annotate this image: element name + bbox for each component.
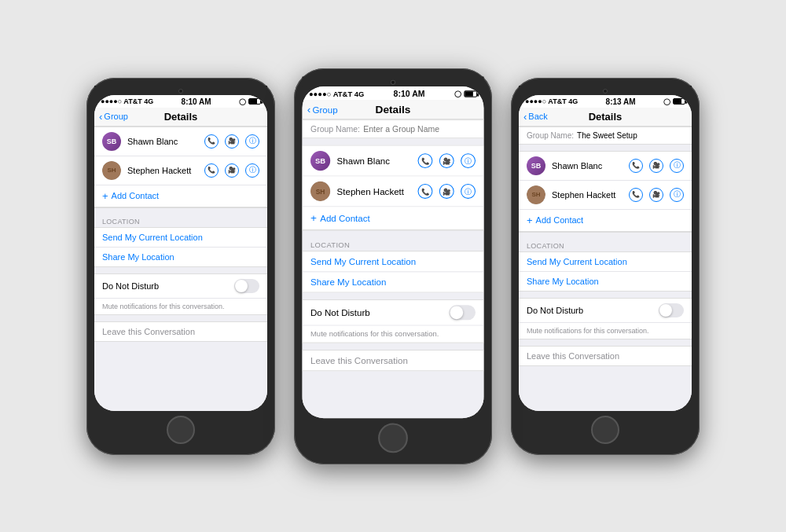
spacer-2-right xyxy=(519,292,692,298)
contact-row-shawn-left[interactable]: SB Shawn Blanc 📞 🎥 ⓘ xyxy=(94,127,267,156)
spacer-1-left xyxy=(94,208,267,215)
video-icon-stephen-left[interactable]: 🎥 xyxy=(225,163,239,178)
nav-bar-right: ‹ Back Details xyxy=(519,108,692,127)
dnd-toggle-middle[interactable] xyxy=(449,305,476,320)
phone-right: ●●●●○ AT&T 4G 8:13 AM ◯ ‹ Back Details xyxy=(511,78,700,455)
info-icon-stephen-left[interactable]: ⓘ xyxy=(245,163,259,178)
leave-row-right[interactable]: Leave this Conversation xyxy=(519,346,692,366)
phone-icon-shawn-left[interactable]: 📞 xyxy=(204,134,219,149)
contact-icons-shawn-middle: 📞 🎥 ⓘ xyxy=(418,153,476,168)
share-location-right[interactable]: Share My Location xyxy=(519,272,692,291)
status-icons-middle: ◯ xyxy=(454,90,477,97)
location-section-middle: Send My Current Location Share My Locati… xyxy=(303,251,484,293)
status-icons-left: ◯ xyxy=(239,98,261,105)
contact-icons-stephen-right: 📞 🎥 ⓘ xyxy=(629,188,684,202)
nav-title-right: Details xyxy=(589,111,623,123)
home-button-right[interactable] xyxy=(591,416,619,444)
camera-right xyxy=(603,89,608,94)
share-location-left[interactable]: Share My Location xyxy=(94,248,267,266)
camera-middle xyxy=(391,79,395,84)
back-label-right: Back xyxy=(528,112,547,121)
contact-row-stephen-middle[interactable]: SH Stephen Hackett 📞 🎥 ⓘ xyxy=(303,176,484,207)
dnd-row-left: Do Not Disturb xyxy=(94,273,267,299)
time-middle: 8:10 AM xyxy=(394,89,425,98)
video-icon-shawn-middle[interactable]: 🎥 xyxy=(439,153,454,168)
phone-notch-right xyxy=(519,86,692,95)
back-button-right[interactable]: ‹ Back xyxy=(523,111,548,123)
mute-label-left: Mute notifications for this conversation… xyxy=(102,303,225,310)
share-location-middle[interactable]: Share My Location xyxy=(303,272,484,292)
send-location-middle[interactable]: Send My Current Location xyxy=(303,251,484,272)
spacer-1-right xyxy=(519,233,692,239)
back-button-left[interactable]: ‹ Group xyxy=(99,111,128,123)
info-icon-stephen-middle[interactable]: ⓘ xyxy=(461,184,476,199)
add-label-right: Add Contact xyxy=(536,215,584,225)
wifi-icon-left: ◯ xyxy=(239,98,246,105)
toggle-knob-right xyxy=(659,304,672,317)
contact-name-shawn-middle: Shawn Blanc xyxy=(337,156,418,166)
info-icon-shawn-middle[interactable]: ⓘ xyxy=(461,153,476,168)
phones-container: ●●●●○ AT&T 4G 8:10 AM ◯ ‹ Group Details xyxy=(71,62,715,471)
back-button-middle[interactable]: ‹ Group xyxy=(307,103,338,116)
avatar-shawn-middle: SB xyxy=(310,151,330,171)
contact-row-stephen-right[interactable]: SH Stephen Hackett 📞 🎥 ⓘ xyxy=(519,181,692,210)
home-button-left[interactable] xyxy=(167,416,195,444)
phone-icon-stephen-middle[interactable]: 📞 xyxy=(418,184,433,199)
carrier-middle: ●●●●○ AT&T 4G xyxy=(309,89,365,97)
spacer-2-middle xyxy=(303,292,484,299)
contact-row-shawn-middle[interactable]: SB Shawn Blanc 📞 🎥 ⓘ xyxy=(303,145,484,176)
phone-icon-stephen-right[interactable]: 📞 xyxy=(629,188,643,202)
video-icon-stephen-right[interactable]: 🎥 xyxy=(649,188,663,202)
avatar-img-stephen-middle: SH xyxy=(310,181,330,200)
send-location-right[interactable]: Send My Current Location xyxy=(519,252,692,272)
contact-row-shawn-right[interactable]: SB Shawn Blanc 📞 🎥 ⓘ xyxy=(519,152,692,181)
add-contact-middle[interactable]: + Add Contact xyxy=(303,207,484,229)
phone-icon-shawn-right[interactable]: 📞 xyxy=(629,159,643,173)
info-icon-shawn-right[interactable]: ⓘ xyxy=(670,159,684,173)
leave-row-middle[interactable]: Leave this Conversation xyxy=(303,350,484,371)
contact-icons-stephen-middle: 📞 🎥 ⓘ xyxy=(418,184,476,199)
toggle-knob-middle xyxy=(450,306,463,319)
info-icon-shawn-left[interactable]: ⓘ xyxy=(245,134,259,149)
video-icon-shawn-right[interactable]: 🎥 xyxy=(649,159,663,173)
status-bar-left: ●●●●○ AT&T 4G 8:10 AM ◯ xyxy=(94,95,267,108)
dnd-toggle-left[interactable] xyxy=(234,279,259,293)
group-name-input-middle[interactable] xyxy=(363,124,476,134)
home-button-middle[interactable] xyxy=(378,423,408,453)
spacer-gn-right xyxy=(519,145,692,151)
add-contact-right[interactable]: + Add Contact xyxy=(519,210,692,232)
contact-name-stephen-right: Stephen Hackett xyxy=(552,190,629,200)
time-left: 8:10 AM xyxy=(182,97,211,106)
info-icon-stephen-right[interactable]: ⓘ xyxy=(670,188,684,202)
contacts-section-right: SB Shawn Blanc 📞 🎥 ⓘ SH Stephen Hackett xyxy=(519,151,692,233)
send-location-left[interactable]: Send My Current Location xyxy=(94,228,267,248)
dnd-label-left: Do Not Disturb xyxy=(102,281,159,291)
camera-left xyxy=(178,89,183,94)
spacer-2-left xyxy=(94,267,267,273)
location-section-left: Send My Current Location Share My Locati… xyxy=(94,227,267,267)
contact-row-stephen-left[interactable]: SH Stephen Hackett 📞 🎥 ⓘ xyxy=(94,156,267,185)
dnd-toggle-right[interactable] xyxy=(659,303,684,317)
phone-notch-middle xyxy=(303,76,484,86)
video-icon-stephen-middle[interactable]: 🎥 xyxy=(439,184,454,199)
dnd-label-right: Do Not Disturb xyxy=(527,306,583,315)
back-label-middle: Group xyxy=(312,104,337,114)
nav-title-left: Details xyxy=(164,111,198,123)
location-header-right: LOCATION xyxy=(519,239,692,251)
mute-label-right: Mute notifications for this conversation… xyxy=(527,327,649,335)
contact-icons-stephen-left: 📞 🎥 ⓘ xyxy=(204,163,259,178)
leave-row-left[interactable]: Leave this Conversation xyxy=(94,321,267,342)
back-arrow-right: ‹ xyxy=(523,111,527,123)
avatar-stephen-left: SH xyxy=(102,161,121,180)
content-middle: Group Name: SB Shawn Blanc 📞 🎥 ⓘ xyxy=(303,119,484,418)
content-left: SB Shawn Blanc 📞 🎥 ⓘ SH Stephen Hackett xyxy=(94,127,267,411)
dnd-label-middle: Do Not Disturb xyxy=(310,307,370,317)
video-icon-shawn-left[interactable]: 🎥 xyxy=(225,134,239,149)
add-contact-left[interactable]: + Add Contact xyxy=(94,185,267,207)
contact-name-shawn-right: Shawn Blanc xyxy=(552,161,629,171)
phone-icon-shawn-middle[interactable]: 📞 xyxy=(418,153,433,168)
back-arrow-left: ‹ xyxy=(99,111,102,123)
phone-icon-stephen-left[interactable]: 📞 xyxy=(204,163,219,178)
battery-right xyxy=(673,98,685,105)
contact-name-stephen-middle: Stephen Hackett xyxy=(337,186,418,196)
